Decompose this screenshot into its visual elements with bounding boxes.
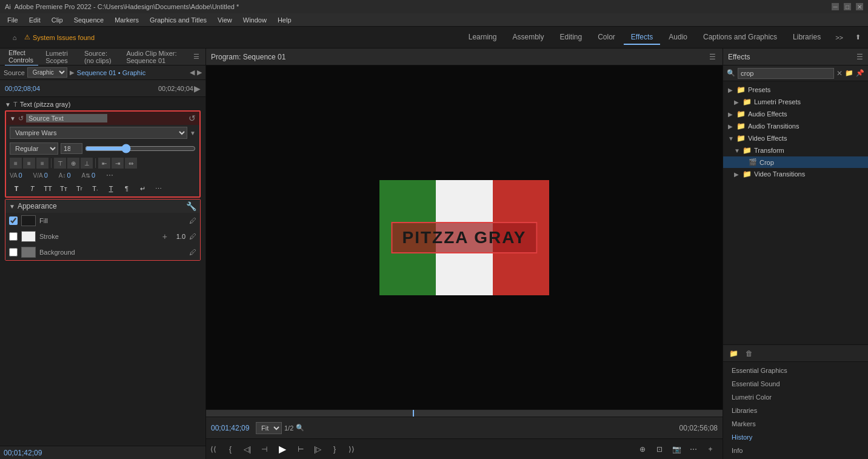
titlebar-controls[interactable]: ─ □ ✕	[832, 3, 863, 10]
background-eyedropper[interactable]: 🖊	[189, 248, 196, 256]
tab-effect-controls[interactable]: Effect Controls	[5, 48, 38, 66]
menu-graphics-titles[interactable]: Graphics and Titles	[145, 15, 212, 25]
crop-item[interactable]: 🎬 Crop	[723, 156, 868, 168]
export-frame-btn[interactable]: 📷	[669, 442, 684, 457]
align-middle-btn[interactable]: ⊕	[67, 158, 79, 169]
libraries-link[interactable]: Libraries	[728, 404, 863, 417]
transform-item[interactable]: ▼ 📁 Transform	[723, 144, 868, 156]
tab-color[interactable]: Color	[590, 30, 623, 45]
step-back-btn[interactable]: ⟨⟨	[206, 442, 221, 457]
faux-btn[interactable]: ¶	[120, 183, 133, 195]
navigate-fwd-icon[interactable]: ▶	[197, 69, 202, 76]
go-in-btn[interactable]: ⊣	[257, 442, 272, 457]
essential-graphics-link[interactable]: Essential Graphics	[728, 364, 863, 377]
close-button[interactable]: ✕	[856, 3, 863, 10]
insert-btn[interactable]: ⊕	[635, 442, 650, 457]
appearance-expand[interactable]: ▼	[9, 203, 15, 210]
audio-effects-item[interactable]: ▶ 📁 Audio Effects	[723, 108, 868, 120]
panel-menu-icon[interactable]: ☰	[192, 53, 201, 61]
font-family-select[interactable]: Vampire Wars	[10, 127, 187, 139]
tab-learning[interactable]: Learning	[461, 30, 504, 45]
fill-color-swatch[interactable]	[21, 215, 36, 226]
rtl-btn[interactable]: ↵	[136, 183, 149, 195]
italic-btn[interactable]: T	[25, 183, 39, 195]
smallcaps-btn[interactable]: Tт	[57, 183, 70, 195]
presets-item[interactable]: ▶ 📁 Presets	[723, 84, 868, 96]
tab-assembly[interactable]: Assembly	[505, 30, 551, 45]
menu-file[interactable]: File	[2, 15, 23, 25]
step-fwd-btn[interactable]: ⟩⟩	[344, 442, 359, 457]
menu-markers[interactable]: Markers	[110, 15, 144, 25]
background-checkbox[interactable]	[9, 248, 18, 256]
tab-captions[interactable]: Captions and Graphics	[696, 30, 784, 45]
monitor-settings-btn[interactable]: ☰	[707, 53, 718, 61]
menu-sequence[interactable]: Sequence	[69, 15, 109, 25]
delete-effect-btn[interactable]: 🗑	[743, 348, 755, 359]
monitor-scrubber[interactable]	[206, 409, 723, 417]
source-text-reset-btn[interactable]: ↺	[189, 113, 196, 123]
tab-audio[interactable]: Audio	[661, 30, 695, 45]
more-btn[interactable]: ⋯	[152, 183, 165, 195]
tab-effects[interactable]: Effects	[624, 30, 660, 45]
restore-button[interactable]: □	[844, 3, 851, 10]
baseline-value[interactable]: 0	[92, 172, 104, 179]
video-transitions-item[interactable]: ▶ 📁 Video Transitions	[723, 168, 868, 180]
stroke-eyedropper[interactable]: 🖊	[189, 232, 196, 241]
navigate-button[interactable]: ▶	[194, 84, 201, 93]
next-frame-btn[interactable]: |▷	[310, 442, 325, 457]
leading-value[interactable]: 0	[67, 172, 79, 179]
superscript-btn[interactable]: Tr	[73, 183, 86, 195]
effects-menu-btn[interactable]: ☰	[856, 53, 863, 61]
mark-in-btn[interactable]: {	[223, 442, 238, 457]
more-controls-btn[interactable]: ⋯	[686, 442, 701, 457]
essential-sound-link[interactable]: Essential Sound	[728, 378, 863, 390]
fill-checkbox[interactable]	[9, 216, 18, 225]
tracking-value[interactable]: 0	[44, 172, 56, 179]
fill-eyedropper[interactable]: 🖊	[189, 216, 196, 225]
menu-clip[interactable]: Clip	[47, 15, 68, 25]
align-bottom-btn[interactable]: ⊥	[81, 158, 93, 169]
zoom-icon[interactable]: 🔍	[296, 424, 304, 432]
distribute-btn[interactable]: ⇔	[125, 158, 137, 169]
background-color-swatch[interactable]	[21, 247, 36, 258]
font-size-input[interactable]	[61, 143, 82, 154]
markers-link[interactable]: Markers	[728, 418, 863, 430]
info-link[interactable]: Info	[728, 444, 863, 457]
align-top-btn[interactable]: ⊤	[54, 158, 66, 169]
align-left-btn[interactable]: ≡	[10, 158, 22, 169]
timecode-display[interactable]: 00;01;42;09	[4, 449, 42, 457]
source-text-reset-icon[interactable]: ↺	[18, 115, 24, 122]
align-center-btn[interactable]: ≡	[23, 158, 35, 169]
menu-help[interactable]: Help	[273, 15, 296, 25]
tab-editing[interactable]: Editing	[552, 30, 589, 45]
allcaps-btn[interactable]: TT	[41, 183, 55, 195]
history-link[interactable]: History	[728, 431, 863, 443]
stroke-checkbox[interactable]	[9, 232, 18, 241]
audio-transitions-item[interactable]: ▶ 📁 Audio Transitions	[723, 120, 868, 132]
font-size-slider[interactable]	[85, 144, 196, 153]
more-workspaces-button[interactable]: >>	[830, 32, 848, 44]
new-custom-bin-btn[interactable]: 📁	[727, 348, 741, 359]
appearance-tool-icon[interactable]: 🔧	[186, 201, 196, 211]
tab-lumetri-scopes[interactable]: Lumetri Scopes	[42, 49, 77, 65]
new-bin-icon[interactable]: 📁	[845, 69, 853, 77]
underline-btn[interactable]: T	[104, 183, 118, 195]
stroke-color-swatch[interactable]	[21, 231, 36, 242]
navigate-back-icon[interactable]: ◀	[190, 69, 195, 76]
fit-select[interactable]: Fit	[256, 422, 282, 434]
justify-right-btn[interactable]: ⇥	[112, 158, 124, 169]
pin-effects-icon[interactable]: 📌	[856, 69, 864, 77]
minimize-button[interactable]: ─	[832, 3, 839, 10]
menu-edit[interactable]: Edit	[24, 15, 45, 25]
export-button[interactable]: ⬆	[855, 33, 861, 41]
stroke-add-btn[interactable]: +	[162, 232, 167, 241]
overwrite-btn[interactable]: ⊡	[652, 442, 667, 457]
justify-left-btn[interactable]: ⇤	[98, 158, 110, 169]
sequence-link[interactable]: Sequence 01 • Graphic	[77, 69, 145, 76]
mark-out-btn[interactable]: }	[327, 442, 342, 457]
subscript-btn[interactable]: T.	[88, 183, 102, 195]
video-effects-item[interactable]: ▼ 📁 Video Effects	[723, 132, 868, 144]
source-dropdown[interactable]: Graphic	[27, 67, 67, 78]
kerning-value[interactable]: 0	[19, 172, 31, 179]
tab-source-no-clips[interactable]: Source: (no clips)	[81, 49, 119, 65]
